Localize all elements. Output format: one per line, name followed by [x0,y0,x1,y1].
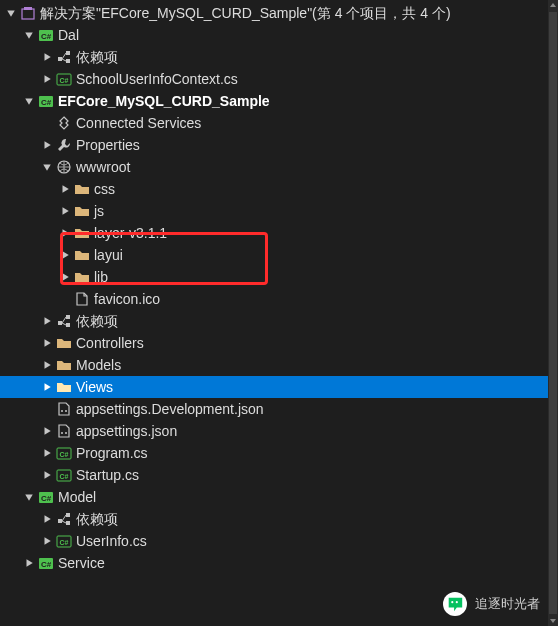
watermark: 追逐时光者 [443,592,540,616]
collapse-arrow-icon[interactable] [22,556,36,570]
folder-icon [74,269,90,285]
node-label: 依赖项 [76,46,118,68]
dependencies-node[interactable]: 依赖项 [0,310,558,332]
appsettings-node[interactable]: appsettings.json [0,420,558,442]
folder-lib[interactable]: lib [0,266,558,288]
scroll-down-icon[interactable] [548,616,558,626]
project-sample[interactable]: EFCore_MySQL_CURD_Sample [0,90,558,112]
dependencies-icon [56,49,72,65]
node-label: 依赖项 [76,508,118,530]
csproj-icon [38,27,54,43]
collapse-arrow-icon[interactable] [40,336,54,350]
collapse-arrow-icon[interactable] [40,512,54,526]
file-icon [74,291,90,307]
collapse-arrow-icon[interactable] [58,270,72,284]
node-label: Controllers [76,332,144,354]
node-label: Startup.cs [76,464,139,486]
node-label: appsettings.Development.json [76,398,264,420]
collapse-arrow-icon[interactable] [58,182,72,196]
collapse-arrow-icon[interactable] [40,380,54,394]
folder-icon [74,181,90,197]
collapse-arrow-icon[interactable] [40,50,54,64]
node-label: Connected Services [76,112,201,134]
collapse-arrow-icon[interactable] [58,204,72,218]
collapse-arrow-icon[interactable] [58,226,72,240]
json-icon [56,401,72,417]
scroll-up-icon[interactable] [548,0,558,10]
folder-icon [74,247,90,263]
folder-icon [74,203,90,219]
collapse-arrow-icon[interactable] [40,314,54,328]
appsettings-dev-node[interactable]: appsettings.Development.json [0,398,558,420]
cs-file-icon [56,467,72,483]
scroll-thumb[interactable] [549,12,557,614]
wechat-icon [443,592,467,616]
startup-cs-node[interactable]: Startup.cs [0,464,558,486]
dependencies-node[interactable]: 依赖项 [0,508,558,530]
project-service[interactable]: Service [0,552,558,574]
expand-arrow-icon[interactable] [4,6,18,20]
collapse-arrow-icon[interactable] [40,534,54,548]
wrench-icon [56,137,72,153]
folder-views[interactable]: Views [0,376,558,398]
expand-arrow-icon[interactable] [40,160,54,174]
plug-icon [56,115,72,131]
collapse-arrow-icon[interactable] [58,248,72,262]
collapse-arrow-icon[interactable] [40,72,54,86]
csproj-icon [38,93,54,109]
collapse-arrow-icon[interactable] [40,358,54,372]
dependencies-icon [56,313,72,329]
node-label: layui [94,244,123,266]
folder-icon [56,335,72,351]
node-label: wwwroot [76,156,130,178]
node-label: Program.cs [76,442,148,464]
folder-controllers[interactable]: Controllers [0,332,558,354]
node-label: Properties [76,134,140,156]
node-label: Models [76,354,121,376]
cs-file-icon [56,533,72,549]
solution-icon [20,5,36,21]
folder-icon [74,225,90,241]
node-label: lib [94,266,108,288]
collapse-arrow-icon[interactable] [40,446,54,460]
folder-models[interactable]: Models [0,354,558,376]
expand-arrow-icon[interactable] [22,490,36,504]
node-label: appsettings.json [76,420,177,442]
folder-icon [56,379,72,395]
expand-arrow-icon[interactable] [22,28,36,42]
vertical-scrollbar[interactable] [548,0,558,626]
folder-layui[interactable]: layui [0,244,558,266]
dependencies-icon [56,511,72,527]
dependencies-node[interactable]: 依赖项 [0,46,558,68]
cs-file-node[interactable]: SchoolUserInfoContext.cs [0,68,558,90]
solution-label: 解决方案"EFCore_MySQL_CURD_Sample"(第 4 个项目，共… [40,2,451,24]
project-label: Model [58,486,96,508]
solution-node[interactable]: 解决方案"EFCore_MySQL_CURD_Sample"(第 4 个项目，共… [0,2,558,24]
cs-file-icon [56,445,72,461]
node-label: css [94,178,115,200]
json-icon [56,423,72,439]
folder-css[interactable]: css [0,178,558,200]
connected-services-node[interactable]: Connected Services [0,112,558,134]
folder-js[interactable]: js [0,200,558,222]
node-label: UserInfo.cs [76,530,147,552]
project-model[interactable]: Model [0,486,558,508]
collapse-arrow-icon[interactable] [40,468,54,482]
project-label: EFCore_MySQL_CURD_Sample [58,90,270,112]
node-label: SchoolUserInfoContext.cs [76,68,238,90]
collapse-arrow-icon[interactable] [40,138,54,152]
folder-layer[interactable]: layer-v3.1.1 [0,222,558,244]
userinfo-cs-node[interactable]: UserInfo.cs [0,530,558,552]
node-label: favicon.ico [94,288,160,310]
project-label: Service [58,552,105,574]
expand-arrow-icon[interactable] [22,94,36,108]
csproj-icon [38,555,54,571]
project-dal[interactable]: Dal [0,24,558,46]
favicon-node[interactable]: favicon.ico [0,288,558,310]
properties-node[interactable]: Properties [0,134,558,156]
node-label: Views [76,376,113,398]
wwwroot-node[interactable]: wwwroot [0,156,558,178]
program-cs-node[interactable]: Program.cs [0,442,558,464]
collapse-arrow-icon[interactable] [40,424,54,438]
node-label: js [94,200,104,222]
